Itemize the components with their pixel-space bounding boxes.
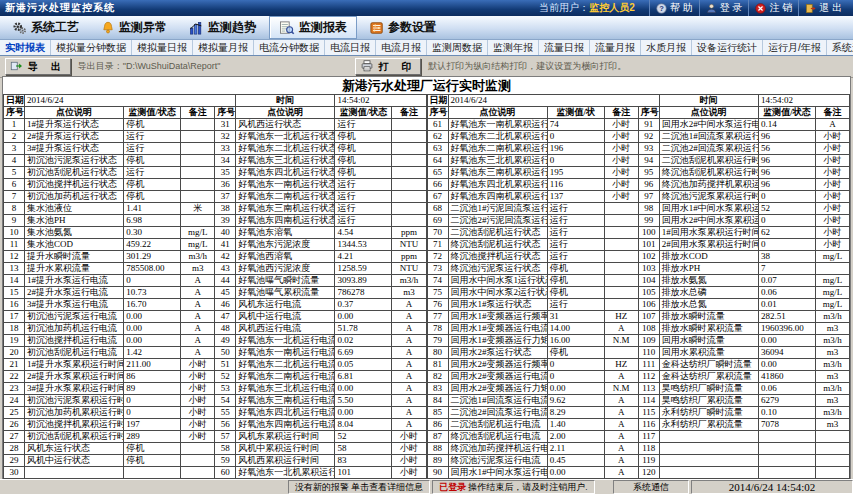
cell-value: 8.29 (547, 407, 604, 419)
report-half-right: 日期2014/6/24时间14:54:02序号点位说明监测值/状备注序号点位说明… (427, 94, 851, 479)
cell-no: 36 (215, 179, 236, 191)
cell-no: 13 (4, 263, 25, 275)
exit-icon (805, 3, 816, 14)
cell-desc: 1#提升水泵累积运行时间 (25, 359, 124, 371)
cell-no: 107 (638, 311, 659, 323)
cell-value: 0.01 (758, 299, 815, 311)
cell-no: 60 (215, 467, 236, 479)
cell-value: 289 (124, 431, 181, 443)
tab-item-7[interactable]: 监测周数据 (427, 40, 488, 55)
cell-no: 9 (4, 215, 25, 227)
tab-item-1[interactable]: 模拟量分钟数据 (51, 40, 132, 55)
menu-item-label: 系统工艺 (31, 19, 79, 36)
tab-item-6[interactable]: 电流月报 (376, 40, 427, 55)
col-header-desc: 点位说明 (659, 107, 758, 119)
tab-item-11[interactable]: 水质月报 (641, 40, 692, 55)
table-row: 75回用水中间水泵2运行状态停机105排放水总磷0.06mg/L (427, 287, 850, 299)
titlebar-button-1[interactable]: 登 录 (699, 0, 749, 16)
titlebar-button-3[interactable]: 退 出 (798, 0, 848, 16)
tab-item-14[interactable]: 系统运行异常 (827, 40, 853, 55)
table-row: 68二沉池1#污泥回流泵运行状态运行98回用水1#中间水泵累积运行时间52小时 (427, 203, 850, 215)
titlebar-button-0[interactable]: ?帮 助 (649, 0, 699, 16)
cell-unit: A (604, 455, 638, 467)
status-session-text: 操作结束后，请及时注销用户. (468, 482, 587, 492)
cell-unit: ppm (392, 251, 426, 263)
cell-value: 停机 (547, 275, 604, 287)
cell-no: 34 (215, 155, 236, 167)
cell-unit (392, 167, 426, 179)
cell-unit: 小时 (815, 131, 849, 143)
cell-unit: m3/h (181, 251, 215, 263)
cell-value: 运行 (547, 239, 604, 251)
tab-item-4[interactable]: 电流分钟数据 (254, 40, 325, 55)
cell-value: 停机 (124, 119, 181, 131)
cell-desc: 回用水1#变频器运行频率 (448, 311, 547, 323)
cell-unit: 小时 (815, 239, 849, 251)
report-area: 新港污水处理厂运行实时监测 日期2014/6/24时间14:54:02序号点位说… (2, 76, 851, 480)
report-table-right: 日期2014/6/24时间14:54:02序号点位说明监测值/状备注序号点位说明… (427, 94, 851, 479)
tab-item-9[interactable]: 流量日报 (539, 40, 590, 55)
cell-value: 0.00 (124, 335, 181, 347)
cell-value: 0.00 (124, 311, 181, 323)
cell-no: 77 (427, 311, 448, 323)
menu-item-2[interactable]: 监测趋势 (180, 17, 265, 38)
status-alarm[interactable]: 没有新的报警 单击查看详细信息 (288, 480, 430, 494)
cell-desc: 终沉池刮泥机运行状态 (448, 239, 547, 251)
cell-desc: 二沉池2#回流泵累积运行时间 (659, 143, 758, 155)
cell-unit (181, 143, 215, 155)
tab-item-0[interactable]: 实时报表 (0, 40, 51, 55)
cell-unit: mg/L (815, 299, 849, 311)
cell-desc: 好氧池西污泥浓度 (236, 263, 335, 275)
export-button[interactable]: 导 出 (5, 58, 71, 75)
cell-no: 120 (638, 467, 659, 479)
cell-unit: NTU (392, 263, 426, 275)
cell-unit: A (392, 299, 426, 311)
tab-item-12[interactable]: 设备运行统计 (692, 40, 763, 55)
tab-item-5[interactable]: 电流日报 (325, 40, 376, 55)
cell-unit: A (392, 335, 426, 347)
table-row: 163#提升水泵运行电流16.70A46风机东运行电流0.37A (4, 299, 427, 311)
cell-value: 停机 (124, 179, 181, 191)
print-button[interactable]: 打 印 (355, 58, 422, 75)
menu-item-3[interactable]: 监测报表 (269, 16, 357, 39)
table-row: 85二沉池2#回流泵运行电流8.29A115永利纺织厂瞬时流量0.10m3/h (427, 407, 850, 419)
menu-item-label: 监测异常 (119, 19, 167, 36)
cell-desc: 集水池PH (25, 215, 124, 227)
menu-item-0[interactable]: 系统工艺 (3, 17, 88, 38)
cell-value: 8.04 (335, 419, 392, 431)
tab-item-2[interactable]: 模拟量日报 (132, 40, 193, 55)
cell-desc: 好氧池东三北机累积运行时间 (448, 155, 547, 167)
cell-unit (392, 119, 426, 131)
menu-item-4[interactable]: 参数设置 (361, 17, 445, 38)
report-halves: 日期2014/6/24时间14:54:02序号点位说明监测值/状态备注序号点位说… (3, 94, 850, 479)
cell-unit: 小时 (604, 167, 638, 179)
menu-item-1[interactable]: 监测异常 (92, 17, 176, 38)
cell-no: 91 (638, 119, 659, 131)
cell-unit (181, 167, 215, 179)
cell-no: 24 (4, 395, 25, 407)
table-row: 79回用水1#变频器运行力矩16.00N.M109回用水瞬时流量0.00m3/h (427, 335, 850, 347)
table-row: 7初沉池加药机运行状态停机37好氧池东二南机运行状态运行 (4, 191, 427, 203)
tab-item-10[interactable]: 流量月报 (590, 40, 641, 55)
cell-unit: 小时 (392, 455, 426, 467)
cell-value: 101 (335, 467, 392, 479)
cell-no: 83 (427, 383, 448, 395)
cell-unit (181, 131, 215, 143)
cell-unit (815, 443, 849, 455)
cell-value: 运行 (335, 191, 392, 203)
table-row: 19初沉池搅拌机运行电流0.00A49好氧池东一北机运行电流0.02A (4, 335, 427, 347)
cell-no: 15 (4, 287, 25, 299)
cell-no: 97 (638, 191, 659, 203)
cell-unit: m3 (815, 323, 849, 335)
cell-no: 106 (638, 299, 659, 311)
tab-item-3[interactable]: 模拟量月报 (193, 40, 254, 55)
cell-no: 90 (427, 467, 448, 479)
cell-value (124, 467, 181, 479)
cell-desc: 回用水2#变频器运行力矩 (448, 383, 547, 395)
tab-item-13[interactable]: 运行月/年报 (763, 40, 827, 55)
table-row: 11集水池COD459.22mg/L41好氧池东污泥浓度1344.53NTU (4, 239, 427, 251)
cell-desc (659, 455, 758, 467)
titlebar-button-2[interactable]: 注 销 (748, 0, 798, 16)
tab-item-8[interactable]: 监测年报 (488, 40, 539, 55)
table-row: 69二沉池2#污泥回流泵运行状态运行99回用水2#中间水泵累积运行时间0小时 (427, 215, 850, 227)
